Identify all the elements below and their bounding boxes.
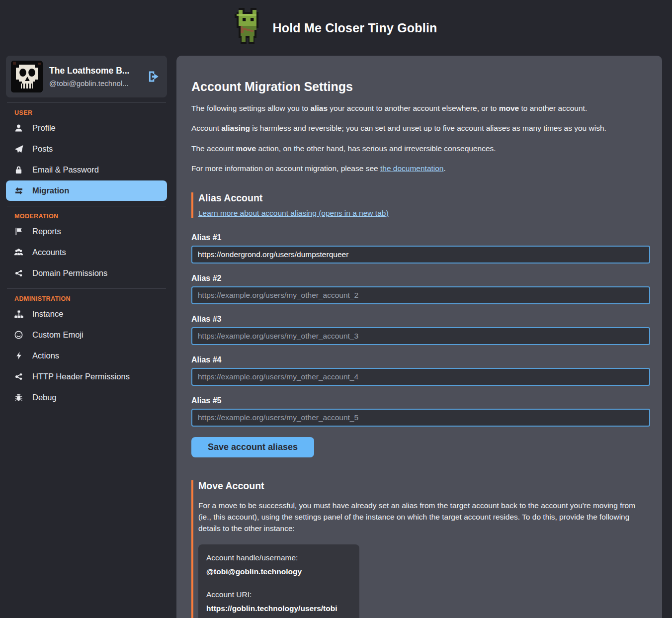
sidebar-item-label: Instance — [32, 309, 63, 319]
user-meta: The Loathsome B... @tobi@goblin.technol.… — [49, 66, 129, 88]
user-handle: @tobi@goblin.technol... — [49, 79, 129, 88]
sidebar-item-posts[interactable]: Posts — [6, 139, 167, 159]
alias-5-input[interactable] — [191, 409, 650, 427]
sidebar-item-reports[interactable]: Reports — [6, 221, 167, 242]
alias-4-input[interactable] — [191, 368, 650, 386]
sidebar-item-label: Reports — [32, 227, 61, 236]
sign-out-icon[interactable] — [147, 70, 160, 83]
account-uri-value: https://goblin.technology/users/tobi — [206, 604, 350, 613]
sidebar-item-label: Email & Password — [32, 165, 99, 175]
page-title: Account Migration Settings — [191, 80, 650, 94]
save-account-aliases-button[interactable]: Save account aliases — [191, 437, 314, 457]
goblin-logo-icon — [235, 8, 262, 48]
settings-main-panel: Account Migration Settings The following… — [176, 56, 662, 618]
divider — [7, 102, 166, 103]
paper-plane-icon — [14, 145, 23, 154]
move-account-heading: Move Account — [198, 480, 650, 492]
smiley-icon — [14, 331, 23, 339]
intro-paragraph: For more information on account migratio… — [191, 163, 650, 174]
exchange-icon — [14, 186, 23, 195]
section-label-administration: ADMINISTRATION — [14, 295, 167, 302]
alias-form: Alias #1 Alias #2 Alias #3 Alias #4 Alia… — [191, 233, 650, 457]
sidebar-item-domain-permissions[interactable]: Domain Permissions — [6, 263, 167, 283]
alias-1-label: Alias #1 — [191, 233, 650, 242]
bolt-icon — [14, 352, 23, 360]
section-label-moderation: MODERATION — [14, 213, 167, 220]
sidebar-item-label: HTTP Header Permissions — [32, 372, 130, 381]
sidebar-item-migration[interactable]: Migration — [6, 180, 167, 201]
sidebar-item-http-header-permissions[interactable]: HTTP Header Permissions — [6, 366, 167, 387]
account-uri-label: Account URI: — [206, 590, 350, 599]
sidebar-item-label: Accounts — [32, 248, 66, 257]
settings-sidebar: The Loathsome B... @tobi@goblin.technol.… — [6, 56, 167, 408]
sidebar-item-label: Posts — [32, 144, 53, 154]
intro-paragraph: The account move action, on the other ha… — [191, 143, 650, 154]
sidebar-item-label: Debug — [32, 393, 57, 402]
sidebar-item-label: Migration — [32, 186, 69, 195]
user-icon — [14, 124, 23, 132]
user-display-name: The Loathsome B... — [49, 66, 129, 76]
account-handle-value: @tobi@goblin.technology — [206, 567, 350, 576]
sidebar-item-label: Custom Emoji — [32, 330, 84, 340]
sitemap-icon — [14, 310, 23, 318]
sidebar-item-label: Actions — [32, 351, 59, 360]
avatar — [11, 61, 43, 92]
sidebar-item-label: Profile — [32, 123, 56, 133]
bug-icon — [14, 393, 23, 402]
sidebar-item-actions[interactable]: Actions — [6, 346, 167, 366]
sidebar-item-instance[interactable]: Instance — [6, 304, 167, 324]
alias-5-label: Alias #5 — [191, 396, 650, 405]
divider — [7, 288, 166, 289]
alias-3-label: Alias #3 — [191, 315, 650, 324]
alias-account-section-header: Alias Account Learn more about account a… — [191, 192, 650, 218]
share-nodes-icon — [14, 372, 23, 381]
sidebar-item-custom-emoji[interactable]: Custom Emoji — [6, 325, 167, 345]
move-account-section: Move Account For a move to be successful… — [191, 480, 650, 618]
sidebar-item-email-password[interactable]: Email & Password — [6, 160, 167, 180]
alias-4-label: Alias #4 — [191, 355, 650, 364]
documentation-link[interactable]: the documentation — [380, 164, 444, 173]
account-handle-label: Account handle/username: — [206, 553, 350, 562]
sidebar-item-accounts[interactable]: Accounts — [6, 242, 167, 263]
move-details-box: Account handle/username: @tobi@goblin.te… — [198, 544, 359, 618]
user-card: The Loathsome B... @tobi@goblin.technol.… — [6, 56, 167, 97]
alias-account-heading: Alias Account — [198, 192, 650, 204]
move-account-description: For a move to be successful, you must ha… — [198, 500, 646, 534]
instance-header: Hold Me Closer Tiny Goblin — [0, 0, 672, 56]
alias-2-label: Alias #2 — [191, 274, 650, 283]
section-label-user: USER — [14, 109, 167, 116]
alias-learn-more-link[interactable]: Learn more about account aliasing (opens… — [198, 209, 389, 217]
share-nodes-icon — [14, 269, 23, 277]
intro-paragraph: The following settings allow you to alia… — [191, 103, 650, 114]
lock-icon — [14, 166, 23, 174]
sidebar-item-debug[interactable]: Debug — [6, 387, 167, 408]
sidebar-item-profile[interactable]: Profile — [6, 118, 167, 138]
flag-icon — [14, 227, 23, 236]
users-icon — [14, 248, 23, 257]
intro-paragraph: Account aliasing is harmless and reversi… — [191, 123, 650, 134]
intro-paragraphs: The following settings allow you to alia… — [191, 103, 650, 175]
alias-2-input[interactable] — [191, 286, 650, 304]
divider — [7, 206, 166, 206]
alias-1-input[interactable] — [191, 246, 650, 264]
instance-title: Hold Me Closer Tiny Goblin — [272, 21, 437, 35]
sidebar-item-label: Domain Permissions — [32, 268, 107, 278]
alias-3-input[interactable] — [191, 327, 650, 345]
